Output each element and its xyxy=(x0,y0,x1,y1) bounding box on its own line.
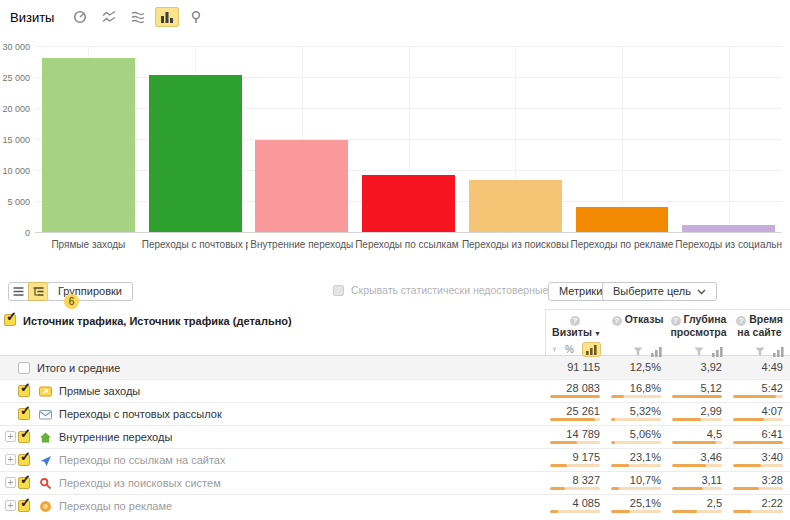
row-label: Переходы по рекламе xyxy=(59,500,172,512)
row-checkbox[interactable] xyxy=(18,408,30,420)
value-cell: 25 261 xyxy=(545,403,606,425)
hide-unreliable-checkbox[interactable] xyxy=(333,285,344,296)
cell-minibar-fill xyxy=(550,418,595,421)
bar-7[interactable] xyxy=(682,225,775,232)
cell-value: 5,32% xyxy=(611,405,661,418)
select-all-checkbox[interactable] xyxy=(4,314,16,326)
stacked-area-icon[interactable] xyxy=(126,7,150,27)
value-cell: 3,92 xyxy=(667,356,728,379)
row-values: 91 11512,5%3,924:49 xyxy=(545,356,790,379)
cell-minibar xyxy=(733,510,783,513)
row-checkbox[interactable] xyxy=(18,477,30,489)
bars-mode-icon-selected[interactable] xyxy=(582,342,601,357)
row-checkbox[interactable] xyxy=(18,362,30,374)
cell-minibar-fill xyxy=(550,464,567,467)
table-toolbar: Группировки 6 Скрывать статистически нед… xyxy=(0,280,790,304)
value-cell: 5,12 xyxy=(667,380,728,402)
bar-chart-icon[interactable] xyxy=(155,7,179,27)
cell-minibar xyxy=(611,418,661,421)
filter-funnel-icon[interactable] xyxy=(552,345,557,355)
value-cell: 5:42 xyxy=(728,380,789,402)
direct-traffic-icon xyxy=(39,385,52,398)
column-label[interactable]: Визиты xyxy=(552,326,592,338)
help-icon[interactable]: ? xyxy=(570,316,580,326)
table-body: Итого и средние91 11512,5%3,924:49Прямые… xyxy=(0,356,790,517)
cell-minibar xyxy=(733,487,783,490)
list-view-toggle[interactable] xyxy=(8,282,29,301)
cell-minibar-fill xyxy=(672,487,703,490)
cell-minibar xyxy=(550,487,600,490)
expand-button[interactable]: + xyxy=(5,477,16,488)
cell-minibar xyxy=(733,395,783,398)
bar-3[interactable] xyxy=(255,140,348,232)
cell-minibar xyxy=(733,418,783,421)
row-checkbox[interactable] xyxy=(18,454,30,466)
column-label[interactable]: Отказы xyxy=(625,313,664,325)
expand-button[interactable]: + xyxy=(5,431,16,442)
cell-minibar-fill xyxy=(733,418,764,421)
x-axis-label: Переходы с почтовых рас... xyxy=(142,239,249,250)
cell-minibar-fill xyxy=(611,464,629,467)
cell-minibar xyxy=(672,395,722,398)
expand-button[interactable]: + xyxy=(5,500,16,511)
x-axis-label: Прямые заходы xyxy=(35,239,142,250)
goal-select-label: Выберите цель xyxy=(613,283,691,300)
bar-1[interactable] xyxy=(42,58,135,232)
cell-minibar-fill xyxy=(550,487,565,490)
row-checkbox[interactable] xyxy=(18,385,30,397)
row-label: Внутренние переходы xyxy=(59,431,172,443)
chevron-down-icon xyxy=(697,289,706,295)
value-cell: 4,5 xyxy=(667,426,728,448)
table-row: Прямые заходы28 08316,8%5,125:42 xyxy=(0,379,790,402)
help-icon[interactable]: ? xyxy=(671,316,681,326)
metric-columns-header: ?Визиты▼ % ?Отказы ?Глубина просмотра xyxy=(545,309,790,355)
cell-value: 2,99 xyxy=(672,405,722,418)
help-icon[interactable]: ? xyxy=(736,316,746,326)
line-chart-icon[interactable] xyxy=(97,7,121,27)
bar-4[interactable] xyxy=(362,175,455,232)
row-label-cell: +Переходы из поисковых систем xyxy=(0,472,545,494)
cell-value: 4:07 xyxy=(733,405,783,418)
row-checkbox[interactable] xyxy=(18,431,30,443)
value-cell: 28 083 xyxy=(545,380,606,402)
value-cell: 10,7% xyxy=(606,472,667,494)
cell-minibar xyxy=(672,487,722,490)
row-label-cell: +Переходы по ссылкам на сайтах xyxy=(0,449,545,471)
goal-select-button[interactable]: Выберите цель xyxy=(602,282,717,301)
percent-mode-icon[interactable]: % xyxy=(565,345,574,355)
bar-2[interactable] xyxy=(149,75,242,232)
table-header: Источник трафика, Источник трафика (дета… xyxy=(0,309,790,356)
bar-slot xyxy=(35,58,142,232)
pie-chart-icon[interactable] xyxy=(68,7,92,27)
cell-minibar-fill xyxy=(550,441,577,444)
search-traffic-icon xyxy=(39,477,52,490)
column-header-visits: ?Визиты▼ % xyxy=(546,310,607,362)
cell-minibar xyxy=(550,510,600,513)
value-cell: 2,99 xyxy=(667,403,728,425)
map-pin-icon[interactable] xyxy=(184,7,208,27)
expand-button[interactable]: + xyxy=(5,454,16,465)
cell-value: 3:40 xyxy=(733,451,783,464)
cell-minibar xyxy=(550,464,600,467)
groupings-button[interactable]: Группировки xyxy=(47,282,133,301)
value-cell: 4:07 xyxy=(728,403,789,425)
row-label-cell: Прямые заходы xyxy=(0,380,545,402)
x-axis-label: Переходы из поисковых с... xyxy=(462,239,569,250)
bar-5[interactable] xyxy=(469,180,562,232)
row-checkbox[interactable] xyxy=(18,500,30,512)
row-label: Переходы из поисковых систем xyxy=(59,477,221,489)
row-values: 8 32710,7%3,113:28 xyxy=(545,472,790,494)
y-axis-tick: 20 000 xyxy=(0,104,30,114)
value-cell: 8 327 xyxy=(545,472,606,494)
chart-plot: 05 00010 00015 00020 00025 00030 000 xyxy=(35,47,782,233)
cell-minibar xyxy=(550,441,600,444)
bar-6[interactable] xyxy=(576,207,669,232)
row-label: Прямые заходы xyxy=(59,385,140,397)
cell-value: 3,11 xyxy=(672,474,722,487)
cell-minibar-fill xyxy=(733,464,761,467)
tree-view-toggle[interactable] xyxy=(28,282,49,301)
help-icon[interactable]: ? xyxy=(612,316,622,326)
value-cell: 14 789 xyxy=(545,426,606,448)
value-cell: 2,5 xyxy=(667,495,728,517)
cell-minibar xyxy=(611,395,661,398)
